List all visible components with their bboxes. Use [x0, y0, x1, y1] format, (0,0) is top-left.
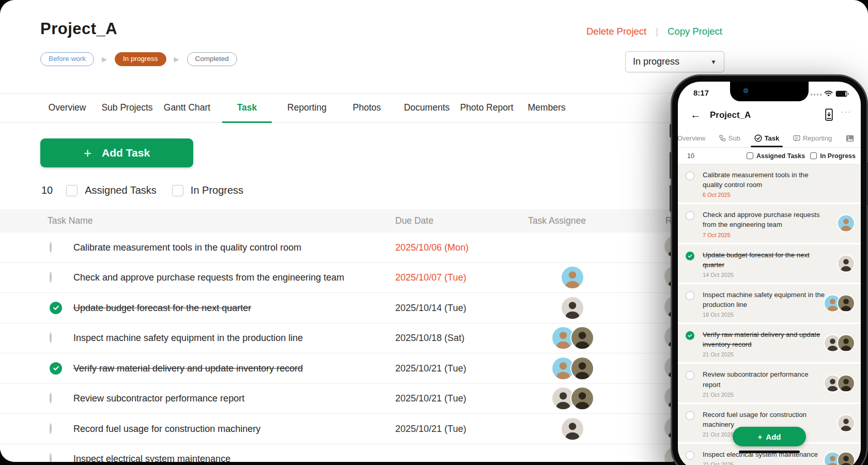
phone-in-progress-checkbox[interactable] — [810, 152, 817, 159]
task-done-check-icon[interactable] — [686, 252, 694, 260]
task-assignees — [527, 384, 618, 414]
task-name[interactable]: Inspect machine safety equipment in the … — [73, 333, 303, 344]
task-name: Review subcontractor performance report — [703, 369, 827, 389]
phone-tab-label: Task — [765, 134, 780, 142]
task-complete-radio[interactable] — [50, 332, 52, 343]
tab-reporting[interactable]: Reporting — [277, 94, 337, 122]
task-due-date: 7 Oct 2025 — [703, 232, 827, 238]
phone-tab-task[interactable]: Task — [753, 129, 781, 147]
arrow-right-icon: ▶ — [174, 55, 179, 63]
task-due-date: 2025/10/06 (Mon) — [395, 242, 469, 253]
task-name[interactable]: Record fuel usage for construction machi… — [73, 423, 260, 434]
task-due-date: 21 Oct 2025 — [703, 392, 827, 398]
tab-photos[interactable]: Photos — [337, 94, 397, 122]
task-complete-radio[interactable] — [50, 242, 52, 253]
task-done-check-icon[interactable] — [50, 302, 62, 314]
task-done-check-icon[interactable] — [686, 331, 694, 340]
status-dropdown[interactable]: In progress ▼ — [625, 51, 724, 72]
task-assignees — [825, 335, 854, 351]
home-indicator[interactable] — [739, 451, 800, 453]
task-name[interactable]: Calibrate measurement tools in the quali… — [73, 242, 301, 253]
phone-bezel: 8:17 ← Project_A — [672, 76, 866, 465]
task-complete-radio[interactable] — [686, 291, 694, 300]
tab-overview[interactable]: Overview — [37, 94, 97, 122]
copy-project-link[interactable]: Copy Project — [668, 26, 722, 37]
avatar-man-cap — [571, 358, 593, 379]
more-menu-icon[interactable]: ··· — [841, 107, 851, 117]
tab-sub-projects[interactable]: Sub Projects — [97, 94, 157, 122]
page-title: Project_A — [40, 20, 117, 38]
phone-task-item[interactable]: Calibrate measurement tools in the quali… — [678, 164, 861, 203]
phone-tab-image[interactable] — [844, 129, 856, 147]
device-download-icon[interactable] — [825, 109, 833, 123]
task-assignees — [825, 295, 854, 311]
avatar-man-sky — [562, 267, 583, 288]
in-progress-checkbox[interactable] — [172, 185, 183, 196]
phone-assigned-tasks-label: Assigned Tasks — [756, 152, 805, 160]
tab-photo-report[interactable]: Photo Report — [457, 94, 517, 122]
image-icon — [846, 135, 854, 142]
task-name: Check and approve purchase requests from… — [703, 210, 827, 229]
actions-divider: | — [656, 26, 658, 37]
task-name[interactable]: Verify raw material delivery and update … — [73, 363, 303, 374]
tab-members[interactable]: Members — [517, 94, 577, 122]
task-name[interactable]: Review subcontractor performance report — [73, 393, 244, 404]
task-assignees — [527, 263, 618, 293]
task-complete-radio[interactable] — [50, 453, 52, 462]
task-complete-radio[interactable] — [686, 211, 694, 220]
task-name[interactable]: Update budget forecast for the next quar… — [73, 302, 251, 313]
add-task-button[interactable]: + Add Task — [40, 138, 193, 167]
phone-task-item[interactable]: Verify raw material delivery and update … — [678, 324, 861, 362]
task-done-check-icon[interactable] — [50, 362, 62, 375]
tab-label: Task — [237, 102, 257, 113]
task-due-date: 2025/10/14 (Tue) — [395, 302, 466, 313]
column-due-date: Due Date — [395, 209, 433, 233]
task-complete-radio[interactable] — [686, 172, 694, 180]
phone-task-item[interactable]: Review subcontractor performance report2… — [678, 364, 861, 402]
avatar-man-sky — [552, 358, 574, 379]
tab-task[interactable]: Task — [217, 94, 277, 122]
task-complete-radio[interactable] — [50, 423, 52, 434]
chat-icon — [793, 135, 800, 142]
phone-tab-sub[interactable]: Sub — [718, 129, 742, 147]
phone-task-item[interactable]: Inspect machine safety equipment in the … — [678, 284, 861, 322]
status-badge-completed[interactable]: Completed — [187, 52, 237, 66]
task-complete-radio[interactable] — [50, 393, 52, 404]
status-badge-before-work[interactable]: Before work — [40, 52, 94, 66]
phone-task-item[interactable]: Inspect electrical system maintenance21 … — [678, 444, 861, 465]
phone-task-item[interactable]: Update budget forecast for the next quar… — [678, 244, 861, 283]
phone-tab-reporting[interactable]: Reporting — [792, 129, 833, 147]
phone-tab-overview[interactable]: Overview — [678, 129, 707, 147]
project-actions: Delete Project | Copy Project — [586, 26, 722, 37]
phone-task-item[interactable]: Check and approve purchase requests from… — [678, 204, 861, 242]
task-complete-radio[interactable] — [686, 451, 694, 460]
task-name[interactable]: Inspect electrical system maintenance — [73, 454, 230, 462]
phone-add-button[interactable]: + Add — [733, 427, 806, 446]
task-name: Verify raw material delivery and update … — [703, 330, 827, 349]
tab-label: Overview — [49, 102, 86, 113]
tab-gantt-chart[interactable]: Gantt Chart — [157, 94, 217, 122]
phone-frame: 8:17 ← Project_A — [671, 74, 868, 465]
task-due-date: 21 Oct 2025 — [703, 461, 827, 465]
plus-icon: + — [758, 432, 763, 441]
tab-label: Gantt Chart — [164, 102, 210, 113]
task-due-date: 2025/10/18 (Sat) — [395, 333, 464, 344]
task-name[interactable]: Check and approve purchase requests from… — [73, 272, 344, 283]
phone-in-progress-label: In Progress — [820, 152, 856, 160]
status-workflow: Before work ▶ In progress ▶ Completed — [40, 52, 237, 66]
tab-documents[interactable]: Documents — [397, 94, 457, 122]
back-arrow-icon[interactable]: ← — [690, 109, 701, 121]
delete-project-link[interactable]: Delete Project — [586, 26, 646, 37]
task-complete-radio[interactable] — [686, 411, 694, 420]
phone-assigned-tasks-checkbox[interactable] — [747, 152, 753, 159]
status-badge-in-progress[interactable]: In progress — [115, 52, 166, 66]
task-complete-radio[interactable] — [686, 371, 694, 380]
task-name: Inspect machine safety equipment in the … — [703, 290, 827, 309]
task-due-date: 2025/10/21 (Tue) — [395, 423, 466, 434]
assigned-tasks-checkbox[interactable] — [66, 185, 78, 196]
column-task-name: Task Name — [48, 209, 93, 233]
task-name: Calibrate measurement tools in the quali… — [703, 170, 827, 190]
task-filters: 10 Assigned Tasks In Progress — [41, 184, 259, 196]
task-complete-radio[interactable] — [50, 272, 52, 283]
task-due-date: 18 Oct 2025 — [703, 312, 827, 318]
